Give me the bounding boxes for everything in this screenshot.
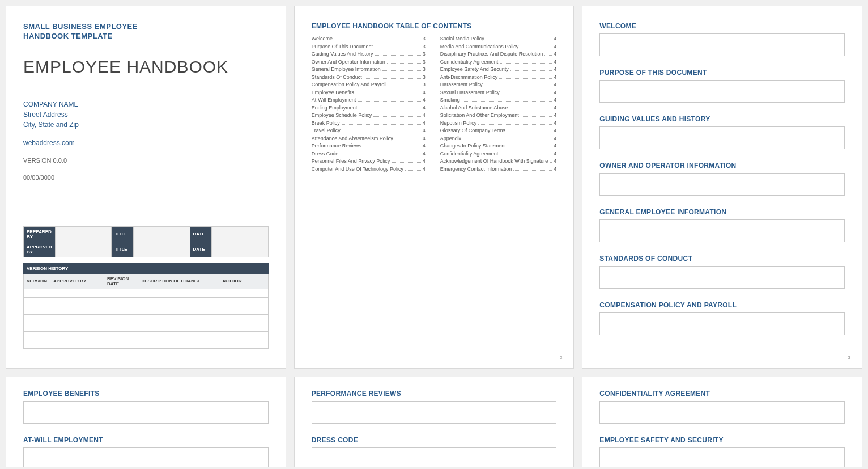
toc-entry-label: At-Will Employment bbox=[312, 97, 356, 103]
toc-leader-dots bbox=[392, 162, 420, 163]
toc-entry-label: Appendix bbox=[440, 136, 462, 141]
toc-entry: Attendance And Absenteeism Policy4 bbox=[312, 136, 426, 141]
toc-entry: Travel Policy4 bbox=[312, 128, 426, 133]
toc-entry-label: Sexual Harassment Policy bbox=[440, 90, 500, 95]
section-content-box bbox=[599, 266, 845, 289]
toc-entry-label: Emergency Contact Information bbox=[440, 166, 512, 172]
toc-entry-page: 4 bbox=[423, 143, 426, 149]
toc-leader-dots bbox=[375, 48, 421, 48]
page-3-sections: WELCOME PURPOSE OF THIS DOCUMENT GUIDING… bbox=[582, 6, 862, 369]
section-heading: PURPOSE OF THIS DOCUMENT bbox=[599, 69, 845, 77]
toc-leader-dots bbox=[486, 40, 552, 40]
template-subhead: SMALL BUSINESS EMPLOYEE HANDBOOK TEMPLAT… bbox=[23, 22, 269, 41]
section-heading: COMPENSATION POLICY AND PAYROLL bbox=[599, 301, 845, 309]
section-content-box bbox=[599, 126, 845, 149]
toc-leader-dots bbox=[463, 140, 552, 140]
toc-entry-page: 4 bbox=[423, 128, 426, 133]
toc-entry-label: Purpose Of This Document bbox=[312, 44, 373, 49]
section-content-box bbox=[599, 33, 845, 56]
city-state-zip: City, State and Zip bbox=[23, 121, 79, 129]
toc-entry: Guiding Values And History3 bbox=[312, 51, 426, 57]
toc-entry: Changes In Policy Statement4 bbox=[440, 143, 557, 149]
toc-entry-label: Employee Schedule Policy bbox=[312, 112, 372, 118]
section-heading: PERFORMANCE REVIEWS bbox=[312, 390, 557, 398]
toc-entry: Sexual Harassment Policy4 bbox=[440, 90, 557, 95]
toc-entry-label: Nepotism Policy bbox=[440, 120, 477, 126]
toc-entry: Break Policy4 bbox=[312, 120, 426, 126]
toc-entry-label: Confidentiality Agreement bbox=[440, 151, 499, 157]
toc-entry-label: Performance Reviews bbox=[312, 143, 361, 149]
toc-entry-label: Attendance And Absenteeism Policy bbox=[312, 136, 393, 141]
web-address: webaddress.com bbox=[23, 138, 269, 148]
toc-entry-label: Anti-Discrimination Policy bbox=[440, 74, 498, 80]
toc-entry-page: 4 bbox=[554, 128, 556, 133]
toc-entry-label: Smoking bbox=[440, 97, 460, 103]
company-info: COMPANY NAME Street Address City, State … bbox=[23, 99, 269, 148]
toc-leader-dots bbox=[478, 124, 552, 125]
toc-leader-dots bbox=[510, 109, 552, 109]
version-label: VERSION 0.0.0 bbox=[23, 157, 269, 164]
toc-entry: Disciplinary Practices And Dispute Resol… bbox=[440, 51, 557, 57]
toc-entry-page: 3 bbox=[423, 82, 426, 87]
page-5-partial: PERFORMANCE REVIEWS DRESS CODE bbox=[294, 377, 575, 467]
section-heading: DRESS CODE bbox=[312, 436, 557, 444]
company-name: COMPANY NAME bbox=[23, 100, 79, 108]
toc-leader-dots bbox=[395, 140, 421, 140]
toc-leader-dots bbox=[521, 116, 552, 117]
toc-entry-page: 4 bbox=[423, 136, 426, 141]
toc-heading: EMPLOYEE HANDBOOK TABLE OF CONTENTS bbox=[312, 22, 557, 30]
toc-entry: Glossary Of Company Terms4 bbox=[440, 128, 557, 133]
toc-entry: Personnel Files And Privacy Policy4 bbox=[312, 158, 426, 164]
toc-leader-dots bbox=[334, 40, 421, 40]
section-content-box bbox=[312, 401, 557, 424]
toc-entry: Confidentiality Agreement4 bbox=[440, 151, 557, 157]
toc-entry-label: Break Policy bbox=[312, 120, 340, 126]
toc-entry-page: 3 bbox=[423, 51, 426, 57]
toc-leader-dots bbox=[358, 101, 421, 102]
toc-entry: Solicitation And Other Employment4 bbox=[440, 112, 557, 118]
toc-entry: Computer And Use Of Technology Policy4 bbox=[312, 166, 426, 172]
toc-entry-label: Acknowledgement Of Handbook With Signatu… bbox=[440, 158, 548, 164]
toc-entry: Purpose Of This Document3 bbox=[312, 44, 426, 49]
toc-leader-dots bbox=[513, 170, 552, 171]
toc-column-left: Welcome3Purpose Of This Document3Guiding… bbox=[312, 36, 426, 174]
toc-leader-dots bbox=[500, 155, 552, 155]
toc-entry: Appendix4 bbox=[440, 136, 557, 141]
toc-entry-label: Standards Of Conduct bbox=[312, 74, 362, 80]
toc-entry-label: Alcohol And Substance Abuse bbox=[440, 105, 508, 111]
toc-entry-label: Computer And Use Of Technology Policy bbox=[312, 166, 403, 172]
section-content-box bbox=[23, 447, 269, 467]
section-heading: GUIDING VALUES AND HISTORY bbox=[599, 115, 845, 123]
toc-entry-page: 4 bbox=[554, 97, 556, 103]
toc-leader-dots bbox=[405, 170, 421, 171]
toc-entry-page: 4 bbox=[554, 90, 556, 95]
toc-leader-dots bbox=[356, 94, 421, 94]
toc-leader-dots bbox=[544, 55, 552, 56]
template-preview-grid: SMALL BUSINESS EMPLOYEE HANDBOOK TEMPLAT… bbox=[6, 6, 862, 467]
page-number: 2 bbox=[560, 355, 562, 360]
toc-entry-page: 4 bbox=[554, 136, 556, 141]
toc-entry-label: Changes In Policy Statement bbox=[440, 143, 506, 149]
section-heading: GENERAL EMPLOYEE INFORMATION bbox=[599, 208, 845, 216]
toc-entry-label: Glossary Of Company Terms bbox=[440, 128, 505, 133]
toc-entry-page: 4 bbox=[554, 74, 556, 80]
toc-leader-dots bbox=[462, 101, 552, 102]
toc-leader-dots bbox=[375, 55, 421, 56]
toc-entry-page: 4 bbox=[423, 151, 426, 157]
toc-entry-page: 4 bbox=[554, 44, 556, 49]
toc-entry-page: 3 bbox=[423, 59, 426, 65]
approval-table: PREPARED BY TITLE DATE APPROVED BY TITLE… bbox=[23, 226, 269, 257]
toc-entry-label: Compensation Policy And Payroll bbox=[312, 82, 387, 87]
section-content-box bbox=[599, 219, 845, 242]
toc-leader-dots bbox=[507, 132, 552, 132]
toc-leader-dots bbox=[501, 94, 552, 94]
toc-entry-page: 3 bbox=[423, 44, 426, 49]
toc-leader-dots bbox=[363, 147, 421, 147]
page-1-cover: SMALL BUSINESS EMPLOYEE HANDBOOK TEMPLAT… bbox=[6, 6, 286, 369]
section-content-box bbox=[23, 401, 269, 424]
page-2-toc: EMPLOYEE HANDBOOK TABLE OF CONTENTS Welc… bbox=[294, 6, 575, 369]
toc-leader-dots bbox=[340, 155, 421, 155]
toc-leader-dots bbox=[510, 70, 552, 71]
document-title: EMPLOYEE HANDBOOK bbox=[23, 57, 269, 77]
page-4-partial: EMPLOYEE BENEFITS AT-WILL EMPLOYMENT bbox=[6, 377, 286, 467]
